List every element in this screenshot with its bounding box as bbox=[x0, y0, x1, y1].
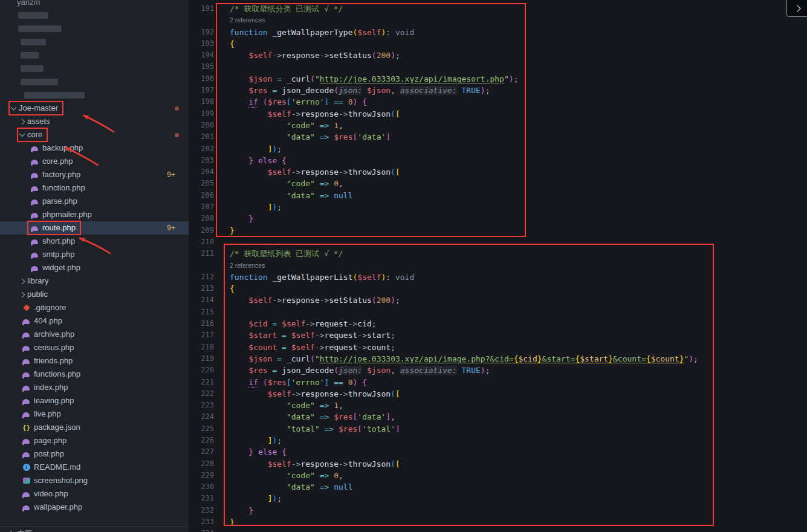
tree-item-joe-master[interactable]: Joe-master bbox=[0, 102, 189, 115]
tree-item-redacted[interactable] bbox=[0, 22, 189, 35]
codelens-references-link[interactable]: 2 references bbox=[230, 260, 265, 271]
tree-item-redacted[interactable] bbox=[0, 8, 189, 22]
code-line[interactable]: 201 "data" => $res['data'] bbox=[189, 131, 807, 143]
code-line[interactable]: 208 } bbox=[189, 213, 807, 224]
line-number: 232 bbox=[189, 505, 214, 516]
code-line[interactable]: 224 "data" => $res['data'], bbox=[189, 411, 807, 423]
php-file-icon bbox=[30, 237, 39, 246]
code-line[interactable]: 212function _getWallpaperList($self): vo… bbox=[189, 271, 807, 283]
file-label: function.php bbox=[42, 183, 85, 193]
panel-collapse-button[interactable] bbox=[786, 0, 807, 17]
tree-item-core.php[interactable]: core.php bbox=[0, 155, 189, 168]
tree-item-census.php[interactable]: census.php bbox=[0, 341, 189, 354]
tree-item-404.php[interactable]: 404.php bbox=[0, 314, 189, 328]
code-line[interactable]: 196 $json = _curl("http://joe.033303.xyz… bbox=[189, 73, 807, 85]
code-line[interactable]: 222 $self->response->throwJson([ bbox=[189, 388, 807, 400]
tree-item-redacted[interactable] bbox=[0, 48, 189, 62]
code-line[interactable]: 199 $self->response->throwJson([ bbox=[189, 108, 807, 120]
tree-item-video.php[interactable]: video.php bbox=[0, 487, 189, 501]
tree-item-redacted[interactable] bbox=[0, 35, 189, 48]
tree-item-phpmailer.php[interactable]: phpmailer.php bbox=[0, 208, 189, 221]
tree-item-short.php[interactable]: short.php bbox=[0, 235, 189, 248]
tree-item-route.php[interactable]: route.php9+ bbox=[0, 221, 189, 235]
code-line[interactable]: 229 "code" => 0, bbox=[189, 470, 807, 481]
code-line[interactable]: 198 if ($res['errno'] == 0) { bbox=[189, 96, 807, 108]
code-line[interactable]: 232 } bbox=[189, 505, 807, 516]
tree-item-archive.php[interactable]: archive.php bbox=[0, 328, 189, 341]
code-line[interactable]: 230 "data" => null bbox=[189, 481, 807, 493]
tree-item-content: live.php bbox=[20, 408, 65, 420]
tree-item-core[interactable]: core bbox=[0, 128, 189, 141]
tree-item-leaving.php[interactable]: leaving.php bbox=[0, 394, 189, 407]
code-line[interactable]: 197 $res = json_decode(json: $json, asso… bbox=[189, 85, 807, 96]
code-line[interactable]: 218 $count = $self->request->count; bbox=[189, 342, 807, 353]
code-line[interactable]: 204 $self->response->throwJson([ bbox=[189, 166, 807, 178]
tree-item-content: factory.php bbox=[28, 169, 85, 181]
tree-item-page.php[interactable]: page.php bbox=[0, 434, 189, 447]
code-line[interactable]: 228 $self->response->throwJson([ bbox=[189, 458, 807, 470]
code-text: "data" => null bbox=[230, 481, 353, 493]
code-line[interactable]: 211/* 获取壁纸列表 已测试 √ */ bbox=[189, 248, 807, 259]
code-line[interactable]: 234 bbox=[189, 528, 807, 532]
tree-item-function.php[interactable]: function.php bbox=[0, 181, 189, 195]
code-line[interactable]: 217 $start = $self->request->start; bbox=[189, 329, 807, 341]
code-line[interactable]: 206 "data" => null bbox=[189, 190, 807, 201]
codelens-references-link[interactable]: 2 references bbox=[230, 15, 265, 26]
code-line[interactable]: 216 $cid = $self->request->cid; bbox=[189, 318, 807, 329]
code-line[interactable]: 221 if ($res['errno'] == 0) { bbox=[189, 377, 807, 388]
tree-item-screenshot.png[interactable]: screenshot.png bbox=[0, 474, 189, 487]
code-line[interactable]: 195 bbox=[189, 61, 807, 73]
tree-item-public[interactable]: public bbox=[0, 288, 189, 301]
code-line[interactable]: 191/* 获取壁纸分类 已测试 √ */ bbox=[189, 3, 807, 15]
tree-item-library[interactable]: library bbox=[0, 274, 189, 288]
tree-item-assets[interactable]: assets bbox=[0, 115, 189, 128]
code-line[interactable]: 205 "code" => 0, bbox=[189, 178, 807, 189]
tree-item-.gitignore[interactable]: .gitignore bbox=[0, 301, 189, 314]
tree-item-package.json[interactable]: package.json bbox=[0, 421, 189, 434]
code-line[interactable]: 193{ bbox=[189, 38, 807, 50]
code-line[interactable]: 219 $json = _curl("http://joe.033303.xyz… bbox=[189, 353, 807, 365]
code-text: $self->response->throwJson([ bbox=[230, 108, 400, 120]
code-line[interactable]: 213{ bbox=[189, 283, 807, 294]
tree-item-smtp.php[interactable]: smtp.php bbox=[0, 248, 189, 261]
code-line[interactable]: 192function _getWallpaperType($self): vo… bbox=[189, 27, 807, 38]
tree-item-top-partial[interactable]: yanzm bbox=[0, 0, 189, 8]
code-line[interactable]: 215 bbox=[189, 307, 807, 318]
tree-item-wallpaper.php[interactable]: wallpaper.php bbox=[0, 501, 189, 514]
tree-item-live.php[interactable]: live.php bbox=[0, 407, 189, 421]
tree-item-index.php[interactable]: index.php bbox=[0, 381, 189, 394]
tree-item-content: core bbox=[18, 129, 47, 141]
code-line[interactable]: 203 } else { bbox=[189, 155, 807, 166]
code-line[interactable]: 231 ]); bbox=[189, 493, 807, 504]
code-line[interactable]: 209} bbox=[189, 225, 807, 236]
tree-item-content: library bbox=[18, 275, 53, 287]
tree-item-redacted[interactable] bbox=[0, 88, 189, 102]
code-line[interactable]: 200 "code" => 1, bbox=[189, 120, 807, 131]
modified-dot-icon bbox=[175, 106, 179, 111]
tree-item-widget.php[interactable]: widget.php bbox=[0, 261, 189, 274]
tree-item-redacted[interactable] bbox=[0, 62, 189, 75]
code-line[interactable]: 227 } else { bbox=[189, 446, 807, 458]
code-editor[interactable]: 191/* 获取壁纸分类 已测试 √ */2 references192func… bbox=[189, 0, 807, 532]
code-line[interactable]: 194 $self->response->setStatus(200); bbox=[189, 50, 807, 61]
code-line[interactable]: 223 "code" => 1, bbox=[189, 400, 807, 411]
sidebar-section-outline[interactable]: 大纲 bbox=[0, 526, 189, 532]
code-line[interactable]: 220 $res = json_decode(json: $json, asso… bbox=[189, 365, 807, 376]
code-line[interactable]: 210 bbox=[189, 236, 807, 248]
tree-item-friends.php[interactable]: friends.php bbox=[0, 354, 189, 368]
code-line[interactable]: 214 $self->response->setStatus(200); bbox=[189, 294, 807, 306]
tree-item-backup.php[interactable]: backup.php bbox=[0, 141, 189, 155]
code-line[interactable]: 226 ]); bbox=[189, 435, 807, 446]
code-line[interactable]: 202 ]); bbox=[189, 143, 807, 155]
code-line[interactable]: 225 "total" => $res['total'] bbox=[189, 423, 807, 435]
tree-item-post.php[interactable]: post.php bbox=[0, 447, 189, 461]
tree-item-functions.php[interactable]: functions.php bbox=[0, 368, 189, 381]
tree-item-factory.php[interactable]: factory.php9+ bbox=[0, 168, 189, 181]
tree-item-parse.php[interactable]: parse.php bbox=[0, 195, 189, 208]
tree-item-readme.md[interactable]: README.md bbox=[0, 461, 189, 474]
outline-section-label: 大纲 bbox=[17, 528, 32, 532]
code-line[interactable]: 207 ]); bbox=[189, 201, 807, 213]
code-line[interactable]: 233} bbox=[189, 516, 807, 528]
php-file-icon bbox=[30, 197, 39, 206]
tree-item-redacted[interactable] bbox=[0, 75, 189, 88]
